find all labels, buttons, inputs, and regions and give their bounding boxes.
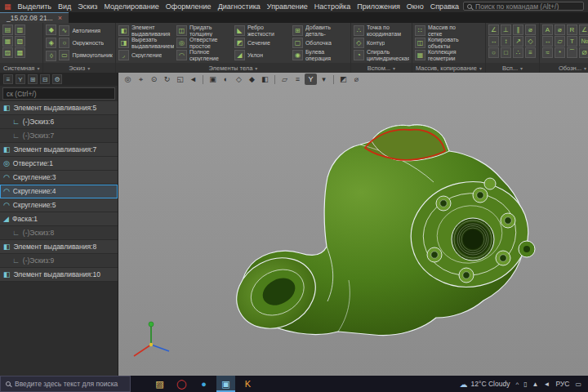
ribbon-group-label[interactable]: Массив, копирование▾ [412,63,485,73]
expand-all-icon[interactable]: ⊞ [28,74,38,84]
app-logo-icon[interactable]: ▦ [4,2,11,11]
ribbon-button[interactable]: ◫Придать толщину [176,24,232,37]
ribbon-icon-button[interactable]: ∠ [579,24,588,35]
menu-item-8[interactable]: Приложения [354,2,403,11]
kompas-icon[interactable]: K [238,376,257,392]
ribbon-icon-button[interactable]: * [555,47,565,58]
ribbon-group-label[interactable]: Элементы тела▾ [116,63,350,73]
ribbon-button[interactable]: ◣Ребро жесткости [234,24,290,37]
ribbon-icon-button[interactable]: ↔ [488,36,499,47]
ribbon-button[interactable]: ◧Элемент выдавливания [118,24,174,37]
sketch-plane-icon[interactable]: ▱ [278,74,291,85]
3d-scene[interactable] [118,73,588,376]
menu-item-6[interactable]: Управление [264,2,311,11]
shadow-icon[interactable]: ◧ [259,74,271,85]
ribbon-button[interactable]: ◩Сечение [234,37,290,49]
ribbon-icon-button[interactable]: ▱ [555,36,565,47]
menu-item-1[interactable]: Вид [55,2,74,11]
volume-icon[interactable]: ◄ [543,381,550,388]
taskbar-search-input[interactable]: Введите здесь текст для поиска [0,376,131,392]
menu-item-9[interactable]: Окно [403,2,427,11]
ribbon-button[interactable]: ▢Оболочка [292,37,348,49]
ribbon-icon-button[interactable]: ▦ [2,36,13,47]
filter-icon[interactable]: Y [16,74,25,84]
ribbon-group-label[interactable]: Вспом...▾ [351,63,412,73]
ribbon-button[interactable]: ∴Точка по координатам [354,24,409,37]
menu-item-10[interactable]: Справка [427,2,462,11]
menu-item-3[interactable]: Моделирование [100,2,162,11]
history-item[interactable]: ◠Скругление:3 [0,171,118,185]
ribbon-icon-button[interactable]: № [579,36,588,47]
ribbon-icon-button[interactable]: ▥ [15,24,25,35]
chevron-up-icon[interactable]: ^ [515,381,519,388]
history-item[interactable]: ◧Элемент выдавливания:10 [0,268,118,282]
ribbon-icon-button[interactable]: ⊥ [501,24,511,35]
opera-browser-icon[interactable]: ◯ [172,376,191,392]
history-item[interactable]: ◧Элемент выдавливания:8 [0,240,118,254]
full-navigation-icon[interactable]: ◎ [122,74,134,85]
history-item[interactable]: ∟(-)Эскиз:7 [0,129,118,143]
ribbon-button[interactable]: ◔Спираль цилиндрическая [354,49,409,61]
ribbon-icon-button[interactable]: ○ [488,47,499,58]
dependencies-icon[interactable]: ≡ [292,74,304,85]
ribbon-icon-button[interactable]: Ø [579,47,588,58]
view-cube-icon[interactable]: ▣ [207,74,219,85]
zoom-icon[interactable]: ⊙ [148,74,160,85]
ribbon-button[interactable]: ⊞Добавить деталь-заготов... [292,24,348,37]
ribbon-icon-button[interactable]: ↗ [513,36,523,47]
ribbon-icon-button[interactable]: ∥ [513,24,523,35]
ribbon-group-label[interactable]: Всп...▾ [486,63,539,73]
media-app-icon[interactable]: ● [194,376,213,392]
network-icon[interactable]: ▲ [532,381,539,388]
ribbon-icon-button[interactable]: ↔ [542,36,553,47]
ribbon-button[interactable]: ▭Прямоугольник [59,49,112,61]
nanocad-icon[interactable]: ▣ [216,376,235,392]
ribbon-group-label[interactable]: Системная▾ [0,63,42,73]
menu-item-2[interactable]: Эскиз [74,2,100,11]
previous-view-icon[interactable]: ◄ [187,74,199,85]
history-item[interactable]: ◎Отверстие:1 [0,157,118,171]
filter-dropdown-icon[interactable]: ▾ [318,74,330,85]
ribbon-icon-button[interactable]: ◇ [525,36,536,47]
ribbon-icon-button[interactable]: ◈ [46,38,56,48]
ribbon-icon-button[interactable]: R [567,24,577,35]
menu-item-0[interactable]: Выделить [15,2,56,11]
collapse-all-icon[interactable]: ⊟ [40,74,50,84]
history-item[interactable]: ◠Скругление:5 [0,198,118,212]
ribbon-button[interactable]: ▦Коллекция геометрии [415,49,470,61]
menu-item-5[interactable]: Диагностика [215,2,264,11]
ribbon-icon-button[interactable]: ▨ [2,47,13,58]
ribbon-icon-button[interactable]: T [567,36,577,47]
ribbon-icon-button[interactable]: ↕ [501,36,511,47]
ribbon-button[interactable]: ◨Вырезать выдавливанием [118,37,174,49]
command-search[interactable]: Поиск по командам (Alt+/) [463,2,584,11]
shaded-view-icon[interactable]: ◆ [246,74,258,85]
ribbon-button[interactable]: ◞Скругление [118,49,174,61]
ribbon-icon-button[interactable]: ∴ [513,47,523,58]
part-model[interactable] [225,125,538,342]
ribbon-button[interactable]: ◢Уклон [234,49,290,61]
section-icon[interactable]: ◩ [337,74,350,85]
ribbon-icon-button[interactable]: ≈ [542,47,553,58]
ribbon-icon-button[interactable]: ⌀ [525,24,536,35]
ribbon-icon-button[interactable]: ⌀ [555,24,565,35]
pan-icon[interactable]: ⌖ [135,74,147,85]
visual-style-icon[interactable]: ◐ [220,74,232,85]
ribbon-button[interactable]: ◇Контур [354,37,409,49]
notifications-icon[interactable]: ▭ [575,381,581,388]
file-explorer-icon[interactable]: ▨ [150,376,169,392]
history-item[interactable]: ◠Скругление:4 [0,185,118,198]
ribbon-button[interactable]: ◠Полное скругление [176,49,232,61]
list-view-icon[interactable]: ≡ [3,74,13,84]
language-indicator[interactable]: РУС [555,380,569,388]
ribbon-button[interactable]: ∿Автолиния [59,24,112,37]
zoom-window-icon[interactable]: ◱ [174,74,186,85]
ribbon-group-label[interactable]: Обозн...▾ [540,63,588,73]
ribbon-icon-button[interactable]: ◊ [46,51,56,61]
ribbon-group-label[interactable]: Эскиз▾ [43,63,114,73]
ribbon-button[interactable]: ◉Булева операция [292,49,348,61]
history-search-input[interactable]: ск (Ctrl+/) [2,87,115,100]
ribbon-icon-button[interactable]: A [542,24,553,35]
viewport-3d[interactable]: ◎⌖⊙↻◱◄▣◐◇◆◧▱≡Y▾◩⌀ [118,73,588,376]
weather-widget[interactable]: ☁ 12°C Cloudy [460,380,510,389]
